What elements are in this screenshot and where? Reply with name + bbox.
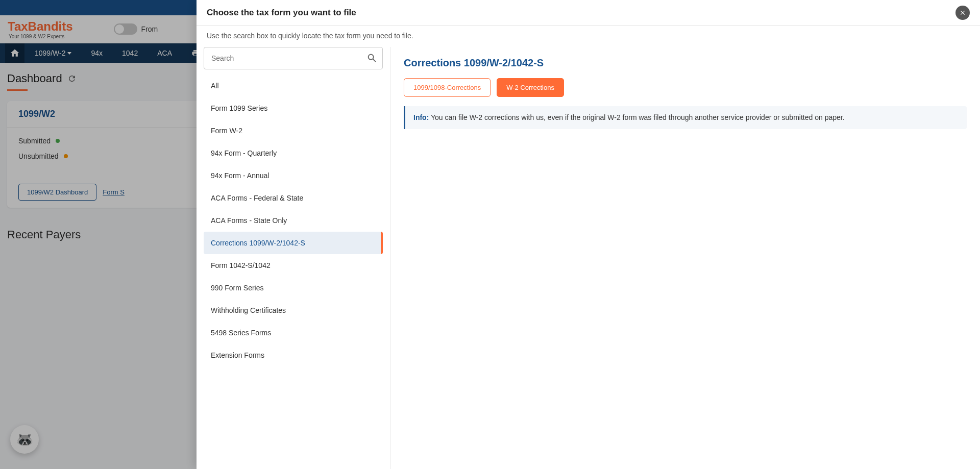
modal-subtitle: Use the search box to quickly locate the… <box>197 26 980 47</box>
info-banner: Info: You can file W-2 corrections with … <box>404 106 967 129</box>
category-item[interactable]: Extension Forms <box>204 344 383 366</box>
info-text: You can file W-2 corrections with us, ev… <box>429 113 844 121</box>
search-input[interactable] <box>204 47 383 69</box>
detail-title: Corrections 1099/W-2/1042-S <box>404 57 967 69</box>
category-item[interactable]: 94x Form - Annual <box>204 164 383 187</box>
chip-w2-corrections[interactable]: W-2 Corrections <box>497 78 564 97</box>
category-item[interactable]: Withholding Certificates <box>204 299 383 322</box>
form-details-pane: Corrections 1099/W-2/1042-S 1099/1098-Co… <box>390 47 980 469</box>
close-button[interactable] <box>955 6 970 20</box>
chip-1099-corrections[interactable]: 1099/1098-Corrections <box>404 78 491 97</box>
info-label: Info: <box>413 113 429 121</box>
category-item[interactable]: 990 Form Series <box>204 277 383 299</box>
category-item[interactable]: Form 1042-S/1042 <box>204 254 383 277</box>
category-item[interactable]: Form W-2 <box>204 119 383 142</box>
modal-title: Choose the tax form you want to file <box>207 8 356 18</box>
category-item[interactable]: ACA Forms - State Only <box>204 209 383 232</box>
close-icon <box>959 9 966 16</box>
search-icon[interactable] <box>366 53 378 64</box>
category-item[interactable]: Corrections 1099/W-2/1042-S <box>204 232 383 254</box>
category-item[interactable]: 94x Form - Quarterly <box>204 142 383 164</box>
category-item[interactable]: ACA Forms - Federal & State <box>204 187 383 209</box>
category-item[interactable]: All <box>204 75 383 97</box>
category-sidebar: AllForm 1099 SeriesForm W-294x Form - Qu… <box>197 47 390 469</box>
form-chooser-modal: Choose the tax form you want to file Use… <box>197 0 980 469</box>
category-item[interactable]: 5498 Series Forms <box>204 322 383 344</box>
category-item[interactable]: Form 1099 Series <box>204 97 383 119</box>
